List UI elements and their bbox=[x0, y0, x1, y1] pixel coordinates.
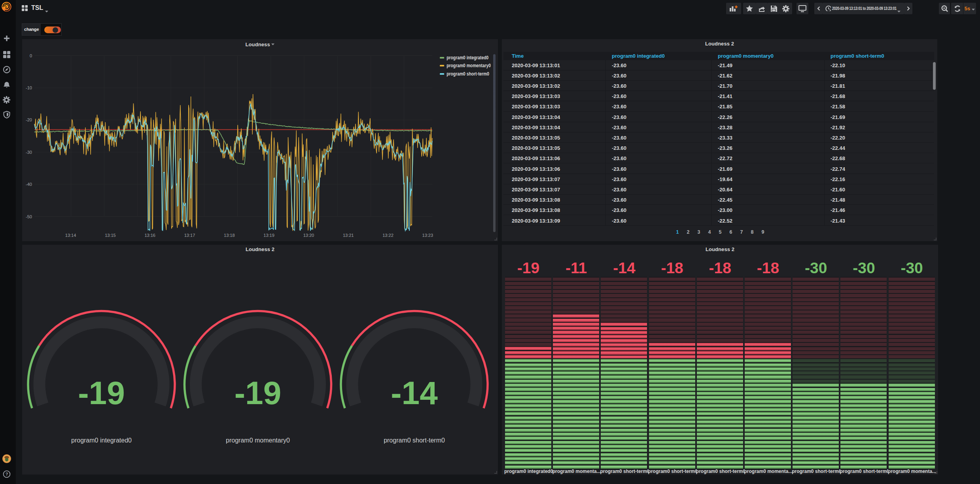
svg-text:13:21: 13:21 bbox=[343, 233, 354, 238]
svg-text:13:14: 13:14 bbox=[65, 233, 76, 238]
svg-text:13:19: 13:19 bbox=[263, 233, 274, 238]
svg-text:-10: -10 bbox=[26, 85, 32, 90]
svg-text:program0 short-term0: program0 short-term0 bbox=[384, 437, 445, 444]
svg-text:13:15: 13:15 bbox=[105, 233, 116, 238]
svg-text:program0 momentary0: program0 momentary0 bbox=[226, 437, 290, 444]
svg-text:0: 0 bbox=[30, 53, 32, 58]
svg-text:13:18: 13:18 bbox=[224, 233, 235, 238]
svg-text:-19: -19 bbox=[78, 375, 125, 411]
svg-text:-14: -14 bbox=[391, 375, 438, 411]
svg-text:program0 integrated0: program0 integrated0 bbox=[71, 437, 132, 444]
svg-text:13:17: 13:17 bbox=[184, 233, 195, 238]
svg-text:-20: -20 bbox=[26, 117, 32, 122]
svg-text:-50: -50 bbox=[26, 214, 32, 219]
svg-text:-40: -40 bbox=[26, 182, 32, 187]
svg-text:?: ? bbox=[5, 472, 8, 476]
svg-text:13:22: 13:22 bbox=[382, 233, 394, 238]
svg-text:-30: -30 bbox=[26, 150, 32, 155]
svg-text:-19: -19 bbox=[235, 375, 282, 411]
svg-text:13:23: 13:23 bbox=[422, 233, 433, 238]
svg-text:13:20: 13:20 bbox=[303, 233, 314, 238]
svg-text:13:16: 13:16 bbox=[144, 233, 155, 238]
